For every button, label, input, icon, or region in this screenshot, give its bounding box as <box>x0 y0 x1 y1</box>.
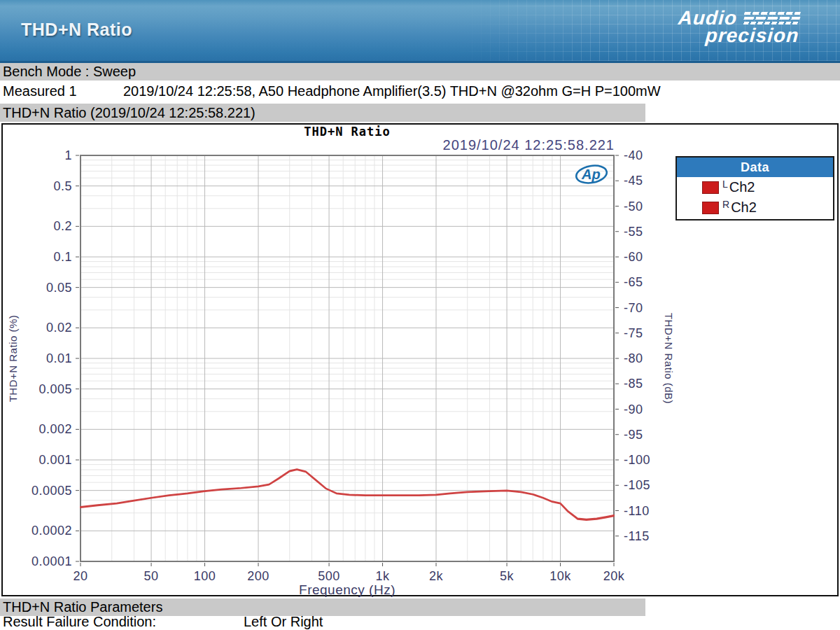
legend-channel-letter: L <box>722 178 728 190</box>
report-page: THD+N Ratio Audio precision Bench Mode :… <box>0 0 840 630</box>
ap-logo-icon: Ap <box>574 162 609 190</box>
result-label: Result Failure Condition: <box>3 614 244 630</box>
legend-swatch-right <box>702 202 719 214</box>
section-title-bar: THD+N Ratio (2019/10/24 12:25:58.221) <box>0 104 645 122</box>
measured-row: Measured 1 2019/10/24 12:25:58, A50 Head… <box>3 80 836 102</box>
result-value: Left Or Right <box>244 614 323 630</box>
chart-title: THD+N Ratio <box>0 125 694 139</box>
legend-item-left-ch2: L Ch2 <box>677 177 833 197</box>
measured-label: Measured 1 <box>3 83 123 99</box>
page-title: THD+N Ratio <box>21 20 132 40</box>
svg-text:Ap: Ap <box>581 167 601 182</box>
logo-bars-icon <box>743 12 800 24</box>
app-header: THD+N Ratio Audio precision <box>0 0 840 63</box>
legend-header: Data <box>677 158 833 177</box>
bench-mode-bar: Bench Mode : Sweep <box>0 63 840 80</box>
legend-channel-letter: R <box>722 199 729 210</box>
legend-swatch-left <box>702 181 719 194</box>
chart-timestamp: 2019/10/24 12:25:58.221 <box>350 137 615 153</box>
legend: Data L Ch2 R Ch2 <box>676 156 834 220</box>
audio-precision-logo: Audio precision <box>676 8 801 45</box>
result-row: Result Failure Condition: Left Or Right <box>3 614 836 630</box>
legend-item-right-ch2: R Ch2 <box>677 197 833 218</box>
logo-word-precision: precision <box>676 27 799 45</box>
measured-text: 2019/10/24 12:25:58, A50 Headphone Ampli… <box>123 83 661 99</box>
